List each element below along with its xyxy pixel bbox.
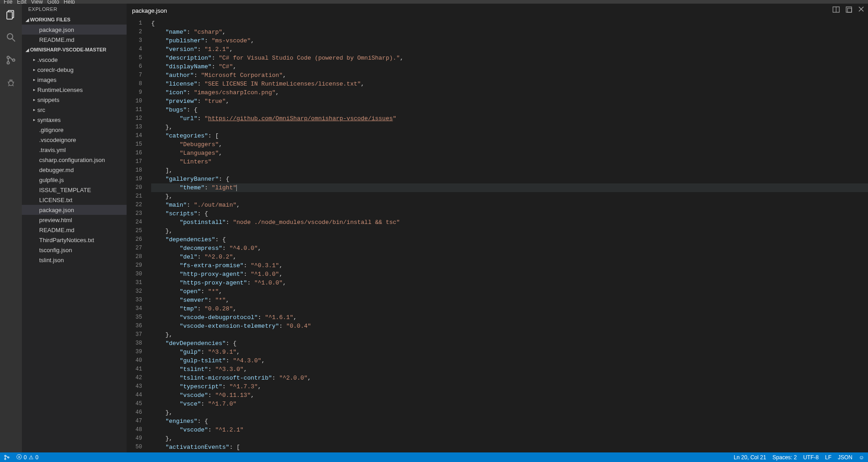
search-icon[interactable] — [5, 31, 17, 44]
explorer-icon[interactable] — [5, 8, 17, 21]
code-line[interactable]: "tmp": "0.0.28", — [151, 305, 868, 313]
tree-item[interactable]: .gitignore — [22, 125, 127, 135]
menubar[interactable]: FileEditViewGotoHelp — [0, 0, 868, 4]
code-line[interactable]: "fs-extra-promise": "^0.3.1", — [151, 261, 868, 270]
tree-item[interactable]: ▸coreclr-debug — [22, 65, 127, 75]
code-line[interactable]: "version": "1.2.1", — [151, 45, 868, 54]
status-feedback-icon[interactable]: ☺ — [859, 454, 864, 461]
working-file[interactable]: README.md — [22, 35, 127, 45]
code-line[interactable]: "vscode": "^1.2.1" — [151, 426, 868, 434]
menu-help[interactable]: Help — [64, 0, 75, 4]
token-key: "vscode-debugprotocol" — [179, 314, 258, 321]
code-line[interactable]: "vscode-extension-telemetry": "0.0.4" — [151, 322, 868, 330]
code-line[interactable]: "typescript": "^1.7.3", — [151, 382, 868, 391]
code-line[interactable]: "dependencies": { — [151, 235, 868, 244]
code-line[interactable]: "gulp": "^3.9.1", — [151, 348, 868, 356]
menu-goto[interactable]: Goto — [47, 0, 59, 4]
code-line[interactable]: "Debuggers", — [151, 140, 868, 149]
working-files-header[interactable]: ◢ WORKING FILES — [22, 15, 127, 25]
split-editor-icon[interactable] — [832, 6, 840, 13]
code-line[interactable]: "main": "./out/main", — [151, 201, 868, 209]
code-line[interactable]: "http-proxy-agent": "^1.0.0", — [151, 270, 868, 279]
tree-item[interactable]: gulpfile.js — [22, 175, 127, 185]
status-spaces[interactable]: Spaces: 2 — [772, 454, 797, 461]
code-line[interactable]: }, — [151, 123, 868, 132]
code-content[interactable]: { "name": "csharp", "publisher": "ms-vsc… — [148, 17, 868, 452]
git-icon[interactable] — [5, 54, 17, 66]
tree-item[interactable]: .travis.yml — [22, 145, 127, 155]
status-encoding[interactable]: UTF-8 — [803, 454, 819, 461]
tree-item[interactable]: ▸src — [22, 105, 127, 115]
code-line[interactable]: "gulp-tslint": "^4.3.0", — [151, 356, 868, 365]
code-line[interactable]: "bugs": { — [151, 106, 868, 114]
code-line[interactable]: "vsce": "^1.7.0" — [151, 400, 868, 408]
editor-body[interactable]: 1234567891011121314151617181920212223242… — [127, 17, 868, 452]
status-problems[interactable]: ⓧ0 ⚠0 — [16, 453, 38, 461]
code-line[interactable]: }, — [151, 227, 868, 235]
tree-item[interactable]: debugger.md — [22, 165, 127, 175]
tree-item[interactable]: ▸.vscode — [22, 55, 127, 65]
code-line[interactable]: }, — [151, 330, 868, 339]
tree-item[interactable]: csharp.configuration.json — [22, 155, 127, 165]
more-actions-icon[interactable] — [845, 6, 853, 13]
tree-item[interactable]: package.json — [22, 205, 127, 215]
working-file[interactable]: package.json — [22, 25, 127, 35]
code-line[interactable]: }, — [151, 434, 868, 443]
code-line[interactable]: }, — [151, 408, 868, 417]
code-line[interactable]: "del": "^2.0.2", — [151, 253, 868, 261]
code-line[interactable]: "scripts": { — [151, 209, 868, 218]
tree-item[interactable]: README.md — [22, 225, 127, 235]
code-line[interactable]: "Linters" — [151, 157, 868, 166]
code-line[interactable]: "activationEvents": [ — [151, 443, 868, 452]
menu-edit[interactable]: Edit — [17, 0, 26, 4]
debug-icon[interactable] — [5, 76, 17, 89]
status-lncol[interactable]: Ln 20, Col 21 — [734, 454, 766, 461]
status-lang[interactable]: JSON — [838, 454, 853, 461]
folder-header[interactable]: ◢ OMNISHARP-VSCODE-MASTER — [22, 45, 127, 55]
menu-file[interactable]: File — [4, 0, 12, 4]
tree-item[interactable]: preview.html — [22, 215, 127, 225]
code-line[interactable]: "devDependencies": { — [151, 339, 868, 348]
status-eol[interactable]: LF — [825, 454, 832, 461]
code-line[interactable]: "preview": "true", — [151, 97, 868, 106]
code-line[interactable]: "url": "https://github.com/OmniSharp/omn… — [151, 114, 868, 123]
tree-item[interactable]: LICENSE.txt — [22, 195, 127, 205]
tree-item[interactable]: ▸snippets — [22, 95, 127, 105]
status-git-icon[interactable] — [4, 454, 10, 461]
tree-item[interactable]: .vscodeignore — [22, 135, 127, 145]
code-line[interactable]: "decompress": "^4.0.0", — [151, 244, 868, 253]
code-line[interactable]: "author": "Microsoft Corporation", — [151, 71, 868, 80]
code-line[interactable]: "displayName": "C#", — [151, 62, 868, 71]
code-line[interactable]: "name": "csharp", — [151, 28, 868, 36]
code-line[interactable]: "engines": { — [151, 417, 868, 426]
code-line[interactable]: ], — [151, 166, 868, 175]
code-line[interactable]: "Languages", — [151, 149, 868, 157]
tree-item[interactable]: ▸syntaxes — [22, 115, 127, 125]
code-line[interactable]: "categories": [ — [151, 132, 868, 140]
code-line[interactable]: "galleryBanner": { — [151, 175, 868, 183]
code-line[interactable]: "theme": "light" — [151, 183, 868, 192]
tree-item[interactable]: tslint.json — [22, 255, 127, 265]
code-line[interactable]: "icon": "images/csharpIcon.png", — [151, 88, 868, 97]
code-line[interactable]: "description": "C# for Visual Studio Cod… — [151, 54, 868, 62]
code-line[interactable]: "vscode-debugprotocol": "^1.6.1", — [151, 313, 868, 322]
code-line[interactable]: "semver": "*", — [151, 296, 868, 305]
code-line[interactable]: "https-proxy-agent": "^1.0.0", — [151, 279, 868, 287]
code-line[interactable]: "publisher": "ms-vscode", — [151, 36, 868, 45]
open-tab[interactable]: package.json — [132, 7, 167, 14]
menu-view[interactable]: View — [31, 0, 43, 4]
tree-item[interactable]: ISSUE_TEMPLATE — [22, 185, 127, 195]
code-line[interactable]: "license": "SEE LICENSE IN RuntimeLicens… — [151, 80, 868, 88]
code-line[interactable]: }, — [151, 192, 868, 201]
code-line[interactable]: "postinstall": "node ./node_modules/vsco… — [151, 218, 868, 227]
code-line[interactable]: "tslint": "^3.3.0", — [151, 365, 868, 374]
tree-item[interactable]: ▸images — [22, 75, 127, 85]
tree-item[interactable]: ▸RuntimeLicenses — [22, 85, 127, 95]
code-line[interactable]: "vscode": "^0.11.13", — [151, 391, 868, 400]
tree-item[interactable]: ThirdPartyNotices.txt — [22, 235, 127, 245]
code-line[interactable]: { — [151, 19, 868, 28]
code-line[interactable]: "open": "*", — [151, 287, 868, 296]
tree-item[interactable]: tsconfig.json — [22, 245, 127, 255]
close-icon[interactable] — [858, 6, 864, 13]
code-line[interactable]: "tslint-microsoft-contrib": "^2.0.0", — [151, 374, 868, 382]
